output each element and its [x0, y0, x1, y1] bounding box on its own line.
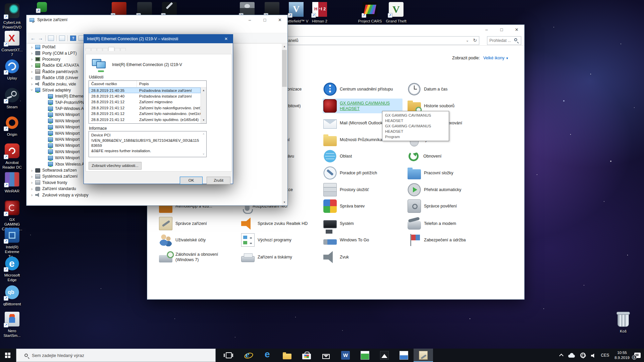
- desktop-shortcut[interactable]: GX GAMING CAVIMAN...: [1, 200, 23, 231]
- scroll-down-icon[interactable]: ▼: [282, 200, 287, 205]
- expander-icon[interactable]: [30, 168, 34, 173]
- control-panel-item[interactable]: Telefon a modem: [407, 216, 487, 231]
- scroll-down-icon[interactable]: ▼: [201, 118, 206, 123]
- tree-item[interactable]: Zvukové vstupy a výstupy: [27, 192, 282, 198]
- desktop-shortcut[interactable]: Uplay: [1, 59, 23, 81]
- desktop-shortcut[interactable]: Microsoft Edge: [1, 256, 23, 283]
- dialog-tab[interactable]: [97, 48, 102, 51]
- expander-icon[interactable]: [30, 45, 34, 50]
- control-panel-item[interactable]: Obnovení: [407, 149, 487, 164]
- info-box[interactable]: Device PCI \VEN_8086&DEV_15B8&SUBSYS_867…: [89, 131, 207, 157]
- expander-icon[interactable]: [30, 51, 34, 56]
- dialog-tab[interactable]: [115, 48, 120, 51]
- list-view-icon[interactable]: [48, 36, 54, 41]
- taskbar-app-button[interactable]: [277, 349, 297, 362]
- dialog-tab[interactable]: [120, 48, 126, 51]
- column-header-desc[interactable]: Popis: [137, 81, 149, 87]
- control-panel-item[interactable]: Centrum usnadnění přístupu: [323, 82, 402, 97]
- scrollbar-thumb[interactable]: [282, 50, 287, 87]
- maximize-icon[interactable]: [257, 15, 272, 25]
- desktop-shortcut[interactable]: Intel(R) Extreme Tu...: [1, 228, 23, 259]
- control-panel-item[interactable]: Správce zvuku Realtek HD: [240, 216, 320, 231]
- event-row[interactable]: 28.8.2019 21:41:12 Zařízení bylo nakonfi…: [89, 105, 201, 111]
- scroll-up-icon[interactable]: ▲: [201, 88, 206, 93]
- recycle-bin[interactable]: Koš: [614, 313, 633, 334]
- close-icon[interactable]: [509, 25, 524, 36]
- control-panel-item[interactable]: Zabezpečení a údržba: [407, 233, 487, 247]
- volume-icon[interactable]: [591, 353, 596, 358]
- control-panel-item[interactable]: Systém: [323, 216, 402, 231]
- taskbar-app-button[interactable]: [375, 349, 394, 362]
- dialog-titlebar[interactable]: Intel(R) Ethernet Connection (2) I219-V …: [84, 35, 233, 43]
- maximize-icon[interactable]: [494, 25, 509, 36]
- control-panel-item[interactable]: Správa barev: [323, 199, 402, 214]
- taskbar-app-button[interactable]: [219, 349, 238, 362]
- scroll-up-icon[interactable]: ∧: [201, 131, 206, 137]
- minimize-icon[interactable]: [242, 15, 257, 25]
- onedrive-icon[interactable]: [568, 355, 575, 358]
- desktop-shortcut[interactable]: Origin: [1, 115, 23, 137]
- clock[interactable]: 10:55 8.9.2019: [614, 350, 630, 360]
- taskbar-app-button[interactable]: [297, 349, 316, 362]
- properties-icon[interactable]: [59, 36, 65, 41]
- tree-item[interactable]: Zařízení standardu: [27, 186, 282, 192]
- minimize-icon[interactable]: [479, 25, 494, 36]
- control-panel-item[interactable]: Windows To Go: [323, 233, 402, 247]
- expander-icon[interactable]: [30, 63, 34, 68]
- expander-icon[interactable]: [30, 180, 34, 185]
- taskbar-app-button[interactable]: [394, 349, 414, 362]
- desktop-shortcut[interactable]: Project CARS: [358, 2, 382, 24]
- expander-icon[interactable]: [30, 87, 34, 93]
- events-list[interactable]: Časové razítko Popis 28.8.2019 21:40:35 …: [89, 80, 207, 124]
- desktop-shortcut[interactable]: CyberLink PowerDVD 18: [1, 3, 23, 34]
- dialog-tab[interactable]: [86, 48, 91, 51]
- language-indicator[interactable]: CES: [601, 353, 609, 358]
- expander-icon[interactable]: [30, 186, 34, 191]
- network-icon[interactable]: [580, 353, 586, 358]
- taskbar-app-button[interactable]: [336, 349, 355, 362]
- expander-icon[interactable]: [30, 75, 34, 80]
- desktop-shortcut[interactable]: qBittorrent: [1, 285, 23, 307]
- desktop-shortcut[interactable]: Nero StartSm...: [1, 312, 23, 338]
- control-panel-item[interactable]: Uživatelské účty: [158, 233, 238, 247]
- control-panel-item[interactable]: Zařízení a tiskárny: [240, 250, 320, 264]
- refresh-icon[interactable]: ↻: [473, 38, 477, 43]
- event-row[interactable]: 28.8.2019 21:41:12 Zařízení bylo nainsta…: [89, 111, 201, 117]
- close-icon[interactable]: [219, 35, 233, 43]
- events-list-header[interactable]: Časové razítko Popis: [89, 81, 206, 87]
- close-icon[interactable]: [272, 15, 287, 25]
- taskbar-app-button[interactable]: [238, 349, 258, 362]
- control-panel-item[interactable]: Poradce při potížích: [323, 166, 402, 180]
- control-panel-item[interactable]: Datum a čas: [407, 82, 487, 97]
- cancel-button[interactable]: Zrušit: [207, 177, 230, 184]
- control-panel-item[interactable]: Prostory úložišť: [323, 182, 402, 197]
- desktop-shortcut[interactable]: ConvertXT... 7: [1, 31, 23, 57]
- desktop-shortcut[interactable]: [30, 2, 54, 14]
- taskbar-app-button[interactable]: [258, 349, 277, 362]
- show-all-events-button[interactable]: Zobrazit všechny události...: [89, 162, 142, 170]
- chevron-down-icon[interactable]: ⌄: [466, 38, 469, 43]
- notifications-icon[interactable]: 1: [634, 353, 641, 358]
- dialog-tab[interactable]: [103, 48, 108, 51]
- device-manager-titlebar[interactable]: Správce zařízení: [26, 15, 287, 25]
- scrollbar[interactable]: ▲ ▼: [201, 87, 206, 123]
- help-icon[interactable]: [70, 36, 76, 41]
- scroll-up-icon[interactable]: ▲: [282, 44, 287, 49]
- control-panel-item[interactable]: Správce pověření: [407, 199, 487, 214]
- back-icon[interactable]: ←: [31, 35, 36, 41]
- start-button[interactable]: [0, 349, 16, 362]
- control-panel-item[interactable]: Pracovní složky: [407, 166, 487, 180]
- chevron-up-icon[interactable]: [559, 354, 564, 358]
- chevron-down-icon[interactable]: ▼: [505, 57, 508, 60]
- dialog-tab[interactable]: [108, 47, 114, 51]
- ok-button[interactable]: OK: [180, 177, 203, 184]
- desktop-shortcut[interactable]: WinRAR: [1, 172, 23, 194]
- expander-icon[interactable]: [30, 57, 34, 62]
- expander-icon[interactable]: [30, 174, 34, 179]
- event-row[interactable]: 28.8.2019 21:40:35 Požadována instalace …: [89, 87, 201, 93]
- control-panel-item[interactable]: Oblast: [323, 149, 402, 164]
- control-panel-item[interactable]: Zvuk: [323, 250, 402, 264]
- dialog-tab[interactable]: [91, 48, 97, 51]
- event-row[interactable]: 28.8.2019 21:41:12 Zařízení bylo spuštěn…: [89, 117, 201, 122]
- desktop-shortcut[interactable]: Acrobat Reader DC: [1, 143, 23, 170]
